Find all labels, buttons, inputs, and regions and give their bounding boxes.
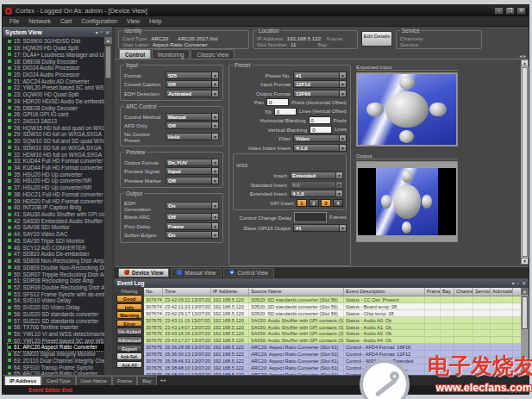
input-tilt[interactable]: 0 bbox=[274, 108, 297, 115]
chevron-down-icon[interactable]: ▼ bbox=[211, 72, 218, 78]
tab-classic-view[interactable]: Classic View bbox=[191, 49, 235, 59]
tree-item-40[interactable]: 40: INT20B IP Caption Brdg bbox=[8, 204, 104, 211]
close-panel-icon[interactable]: ✕ bbox=[105, 29, 110, 35]
tree-item-46[interactable]: 46: SCY12 A/D CONVERTER bbox=[8, 244, 104, 251]
tree-item-32[interactable]: 32: HDW10 HD full on WXGA,SXGA bbox=[8, 151, 104, 158]
gpi-button-1[interactable]: 1 bbox=[297, 199, 307, 207]
chevron-down-icon[interactable]: ▼ bbox=[211, 134, 218, 140]
input-pan[interactable]: 0 bbox=[266, 98, 289, 106]
tree-item-16[interactable]: 16: HQW20 HD Quad Split bbox=[8, 45, 104, 52]
tree-item-31[interactable]: 31: SDW10 SD full on WXGA,SXGA bbox=[8, 145, 104, 152]
slave-gpi16-combo[interactable]: #1▼ bbox=[293, 224, 347, 232]
tree-item-57[interactable]: 57: SUS21 SD standards converter bbox=[8, 317, 104, 324]
gpi-button-2[interactable]: 2 bbox=[309, 199, 319, 207]
close-panel-icon[interactable]: ✕ bbox=[522, 280, 526, 286]
column-header-bay[interactable]: Bay bbox=[441, 288, 454, 296]
chevron-down-icon[interactable]: ▼ bbox=[211, 122, 218, 128]
tab-nav-arrows-icon[interactable]: ◂ ▸ bbox=[157, 376, 170, 385]
combo-closed-caption[interactable]: Off▼ bbox=[166, 80, 219, 88]
combo-control-method[interactable]: Manual▼ bbox=[166, 113, 219, 121]
tree-item-44[interactable]: 44: SAY10 Video DAC bbox=[8, 231, 104, 238]
tree-item-33[interactable]: 33: KUD44 Full HD Format converter bbox=[8, 158, 104, 165]
combo-output-format[interactable]: 13F66▼ bbox=[293, 90, 347, 97]
filter-button-info[interactable]: Info bbox=[116, 303, 142, 311]
chevron-down-icon[interactable]: ▼ bbox=[211, 214, 218, 220]
column-header-sourcename[interactable]: Source Name bbox=[249, 288, 344, 296]
filter-button-ack-all[interactable]: Ack All bbox=[116, 361, 142, 369]
combo-edh-generation[interactable]: On▼ bbox=[166, 202, 219, 209]
tree-item-38[interactable]: 38: HDC21 Full HD Format converter bbox=[8, 191, 104, 198]
dock-tab-ip-address[interactable]: IP Address bbox=[4, 376, 41, 385]
table-row[interactable]: 307675123:43:14:07 13/07/2010192.168.5.1… bbox=[144, 324, 521, 331]
menu-cart[interactable]: Cart bbox=[60, 18, 72, 24]
filter-button-error[interactable]: Error bbox=[116, 320, 142, 327]
tree-item-41[interactable]: 41: SAU30 Audio Shuffler with GPI contac… bbox=[8, 211, 104, 218]
table-row[interactable]: 307674723:42:09:22 13/07/2010192.168.5.1… bbox=[144, 296, 521, 303]
table-row[interactable]: 307675023:43:11:19 13/07/2010192.168.5.1… bbox=[144, 317, 521, 324]
tree-item-34[interactable]: 34: KUD44 Full HD Format converter bbox=[8, 165, 104, 171]
chevron-down-icon[interactable]: ▼ bbox=[211, 168, 218, 174]
tree-item-48[interactable]: 48: SD808 Non-Reclocking Distr Amp bbox=[8, 258, 104, 265]
tree-item-22[interactable]: 22: YWL20 Preset based SC and WSS insert… bbox=[8, 84, 104, 91]
column-header-ipaddress[interactable]: IP Address bbox=[211, 288, 249, 296]
filter-button-advanced[interactable]: Advanced bbox=[116, 336, 142, 344]
column-header-time[interactable]: Time bbox=[163, 288, 211, 296]
dock-tab-user-name[interactable]: User Name bbox=[76, 376, 112, 385]
tree-item-24[interactable]: 24: HDR20 HD/SD Audio De-embedder bbox=[8, 97, 104, 104]
dock-tab-bay[interactable]: Bay bbox=[137, 376, 156, 385]
tree-item-55[interactable]: 55: SVD20 SD Video Delay bbox=[8, 304, 104, 311]
tree-item-36[interactable]: 36: HSU20 HD Up converter/NR bbox=[8, 178, 104, 184]
tree-item-43[interactable]: 43: SAV08 SDI Monitor bbox=[8, 224, 104, 231]
menu-file[interactable]: File bbox=[9, 18, 19, 24]
column-header-channel[interactable]: Channel bbox=[454, 288, 473, 296]
maximize-button[interactable]: ❐ bbox=[505, 7, 515, 15]
table-row[interactable]: 307675715:38:48:10 13/07/2010192.168.5.1… bbox=[144, 365, 521, 371]
chevron-down-icon[interactable]: ▼ bbox=[211, 232, 218, 238]
resize-grip[interactable] bbox=[506, 387, 525, 393]
tree-item-53[interactable]: 53: SFS12 Frame Synchr with de-embedder bbox=[8, 290, 104, 297]
combo-extended-insert[interactable]: 4:1,0▼ bbox=[290, 190, 343, 197]
gpi-button-4[interactable]: 4 bbox=[333, 199, 343, 207]
combo-proc-delay[interactable]: Frame▼ bbox=[166, 222, 219, 230]
tree-item-37[interactable]: 37: HSU20 HD Up converter/NR bbox=[8, 184, 104, 191]
chevron-down-icon[interactable]: ▼ bbox=[211, 90, 218, 97]
filter-button-un-acked[interactable]: Un-Acked bbox=[116, 327, 142, 335]
column-header-frame[interactable]: Frame bbox=[425, 288, 441, 296]
filter-button-ack-sel-[interactable]: Ack-Sel. bbox=[116, 352, 142, 360]
chevron-down-icon[interactable]: ▼ bbox=[211, 114, 218, 120]
chevron-down-icon[interactable]: ▼ bbox=[211, 178, 218, 184]
event-log-scrollbar[interactable]: ▲ ▼ bbox=[521, 288, 529, 377]
combo-insert[interactable]: Extended▼ bbox=[290, 171, 343, 179]
scroll-down-icon[interactable]: ▼ bbox=[521, 258, 529, 265]
combo-no-control-preset[interactable]: Hold▼ bbox=[166, 133, 219, 140]
combo-soften-edges[interactable]: On▼ bbox=[166, 231, 219, 239]
tree-item-64[interactable]: 64: SFS10 Transp Frame Synchr bbox=[8, 364, 104, 371]
tree-item-28[interactable]: 28: HQW15 HD full and quad on WXGA,SXGA bbox=[8, 124, 104, 131]
tree-item-63[interactable]: 63: 2D110 Dual Channel Integrity Check bbox=[8, 358, 104, 365]
close-button[interactable]: ✕ bbox=[516, 7, 526, 15]
pin-icon[interactable]: ▾ bbox=[96, 29, 98, 35]
tree-item-49[interactable]: 49: SD809 Double Non-Reclocking Distr Am… bbox=[8, 264, 104, 271]
tree-item-58[interactable]: 58: TX706 Textline Inserter bbox=[8, 324, 104, 331]
pin-icon[interactable]: ▾ bbox=[512, 280, 515, 286]
tree-item-27[interactable]: 27: 2AS13 2AS13 bbox=[8, 118, 104, 125]
view-tab-manual[interactable]: Manual View bbox=[171, 268, 222, 277]
filter-button-export[interactable]: Export bbox=[116, 345, 142, 352]
column-header-eventdescription[interactable]: Event Description bbox=[344, 288, 425, 296]
tree-item-39[interactable]: 39: HDS20 Full HD Format converter bbox=[8, 197, 104, 204]
combo-blank-arc[interactable]: Off▼ bbox=[166, 213, 219, 221]
float-icon[interactable]: ▫ bbox=[101, 29, 103, 34]
input-vertical-blanking[interactable]: 0 bbox=[310, 126, 332, 134]
table-row[interactable]: 307674823:42:21:23 13/07/2010192.168.5.1… bbox=[144, 303, 521, 310]
chevron-down-icon[interactable]: ▼ bbox=[211, 81, 218, 87]
tree-item-54[interactable]: 54: SVD10 Video Delay bbox=[8, 297, 104, 304]
tree-item-15[interactable]: 15: SD9900 3G/HD/SD Dist bbox=[8, 38, 104, 45]
tree-item-42[interactable]: 42: SAS30 Embedded Audio Shuffler bbox=[8, 217, 104, 224]
chevron-down-icon[interactable]: ▼ bbox=[335, 172, 342, 178]
column-header-service[interactable]: Service bbox=[473, 288, 491, 296]
edit-details-button[interactable]: Edit Details bbox=[361, 31, 392, 47]
filter-button-warning[interactable]: Warning bbox=[116, 311, 142, 319]
menu-configuration[interactable]: Configuration bbox=[81, 18, 117, 24]
chevron-down-icon[interactable]: ▼ bbox=[339, 81, 346, 87]
view-tab-device[interactable]: Device View bbox=[118, 268, 169, 277]
